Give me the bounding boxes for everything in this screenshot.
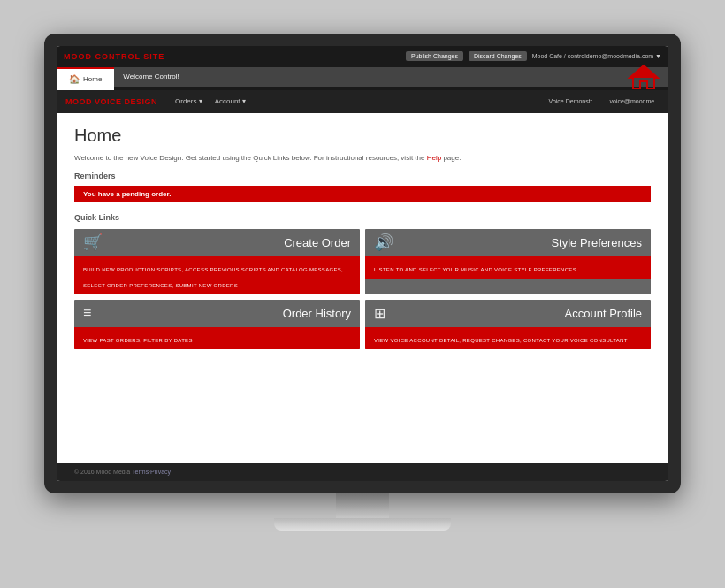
- brand-mood: MOOD: [64, 52, 92, 61]
- footer-terms-link[interactable]: Terms: [132, 469, 149, 475]
- cart-icon: 🛒: [83, 233, 103, 252]
- main-nav-brand: MOOD VOICE DESIGN: [65, 97, 157, 106]
- card-history-label: Order History: [283, 307, 351, 320]
- admin-brand: MOOD CONTROL SITE: [64, 52, 164, 61]
- svg-marker-1: [630, 65, 658, 78]
- card-create-order-label: Create Order: [284, 236, 351, 249]
- card-account-label: Account Profile: [565, 307, 642, 320]
- admin-bar: MOOD CONTROL SITE Publish Changes Discar…: [57, 46, 668, 67]
- nav-right: Voice Demonstr... voice@moodme...: [549, 98, 660, 104]
- nav-links: Orders ▾ Account ▾: [175, 97, 246, 105]
- card-create-order-top: 🛒 Create Order: [74, 229, 360, 256]
- nav-voice-demo: Voice Demonstr...: [549, 98, 598, 104]
- quick-links-grid: 🛒 Create Order BUILD NEW PRODUCTION SCRI…: [74, 229, 651, 349]
- tab-bar: 🏠 Home Welcome Control!: [57, 67, 668, 90]
- monitor-screen: MOOD CONTROL SITE Publish Changes Discar…: [57, 46, 668, 481]
- card-create-order-bottom: BUILD NEW PRODUCTION SCRIPTS, ACCESS PRE…: [74, 256, 360, 294]
- card-order-history[interactable]: ≡ Order History VIEW PAST ORDERS, FILTER…: [74, 300, 360, 349]
- page-title: Home: [74, 126, 651, 146]
- card-create-order[interactable]: 🛒 Create Order BUILD NEW PRODUCTION SCRI…: [74, 229, 360, 294]
- page-content: Home Welcome to the new Voice Design. Ge…: [57, 113, 668, 463]
- page-footer: © 2016 Mood Media Terms · Privacy: [57, 463, 668, 481]
- card-style-desc: LISTEN TO AND SELECT YOUR MUSIC AND VOIC…: [374, 267, 576, 272]
- nav-account[interactable]: Account ▾: [215, 97, 246, 105]
- nav-orders[interactable]: Orders ▾: [175, 97, 202, 105]
- house-logo-icon: [628, 64, 660, 90]
- reminder-banner: You have a pending order.: [74, 186, 651, 202]
- nav-voice-email: voice@moodme...: [609, 98, 660, 104]
- tab-home[interactable]: 🏠 Home: [57, 67, 114, 90]
- card-account-profile[interactable]: ⊞ Account Profile VIEW VOICE ACCOUNT DET…: [365, 300, 651, 349]
- page-description: Welcome to the new Voice Design. Get sta…: [74, 153, 651, 163]
- card-style-preferences[interactable]: 🔊 Style Preferences LISTEN TO AND SELECT…: [365, 229, 651, 294]
- card-style-label: Style Preferences: [551, 236, 642, 249]
- page-desc-text: Welcome to the new Voice Design. Get sta…: [74, 154, 424, 162]
- card-create-order-desc: BUILD NEW PRODUCTION SCRIPTS, ACCESS PRE…: [83, 267, 343, 288]
- monitor: MOOD CONTROL SITE Publish Changes Discar…: [31, 34, 694, 555]
- card-account-bottom: VIEW VOICE ACCOUNT DETAIL, REQUEST CHANG…: [365, 327, 651, 349]
- list-icon: ≡: [83, 305, 91, 321]
- page-desc-end: page.: [443, 154, 461, 162]
- admin-user-label: Mood Cafe / controldemo@moodmedia.com ▼: [532, 53, 661, 59]
- monitor-neck: [336, 493, 389, 518]
- main-nav: MOOD VOICE DESIGN Orders ▾ Account ▾ Voi…: [57, 90, 668, 113]
- welcome-text: Welcome Control!: [123, 73, 179, 80]
- welcome-bar: Welcome Control!: [114, 67, 668, 87]
- discard-changes-button[interactable]: Discard Changes: [469, 51, 527, 61]
- footer-privacy-link[interactable]: Privacy: [150, 469, 171, 475]
- card-style-bottom: LISTEN TO AND SELECT YOUR MUSIC AND VOIC…: [365, 256, 651, 279]
- publish-changes-button[interactable]: Publish Changes: [406, 51, 463, 61]
- card-style-top: 🔊 Style Preferences: [365, 229, 651, 256]
- quick-links-title: Quick Links: [74, 213, 651, 222]
- tab-home-label: Home: [83, 75, 102, 83]
- home-icon: 🏠: [69, 74, 80, 84]
- monitor-body: MOOD CONTROL SITE Publish Changes Discar…: [44, 34, 681, 493]
- card-account-desc: VIEW VOICE ACCOUNT DETAIL, REQUEST CHANG…: [374, 338, 628, 343]
- nav-brand-rest: VOICE DESIGN: [92, 97, 157, 106]
- card-account-top: ⊞ Account Profile: [365, 300, 651, 327]
- card-history-bottom: VIEW PAST ORDERS, FILTER BY DATES: [74, 327, 360, 349]
- reminders-title: Reminders: [74, 172, 651, 180]
- footer-copyright: © 2016 Mood Media: [74, 469, 130, 475]
- help-link[interactable]: Help: [427, 154, 441, 162]
- monitor-base: [274, 518, 451, 531]
- nav-brand-mood: MOOD: [65, 97, 92, 106]
- brand-rest: CONTROL SITE: [92, 52, 164, 61]
- house-logo-area: [628, 64, 660, 90]
- admin-bar-right: Publish Changes Discard Changes Mood Caf…: [406, 51, 661, 61]
- speaker-icon: 🔊: [374, 233, 393, 252]
- card-history-top: ≡ Order History: [74, 300, 360, 327]
- card-history-desc: VIEW PAST ORDERS, FILTER BY DATES: [83, 338, 193, 343]
- grid-icon: ⊞: [374, 305, 385, 322]
